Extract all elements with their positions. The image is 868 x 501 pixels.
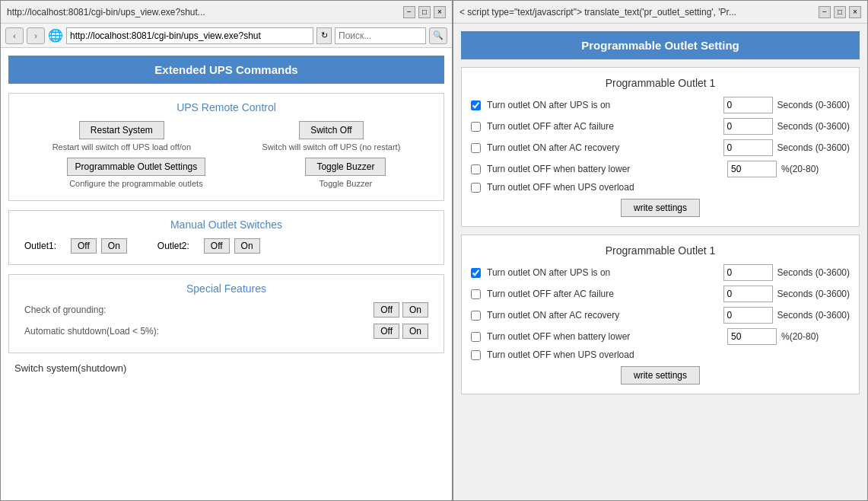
outlet2-off-btn[interactable]: Off bbox=[204, 238, 230, 254]
outlet-setting-checkbox-3[interactable] bbox=[471, 164, 481, 174]
outlet-controls-row: Outlet1: Off On Outlet2: Off On bbox=[17, 238, 436, 257]
outlet-setting-label-0: Turn outlet ON after UPS is on bbox=[471, 267, 723, 278]
outlet-setting-label-2: Turn outlet ON after AC recovery bbox=[471, 310, 723, 321]
outlet-setting-label-4: Turn outlet OFF when UPS overload bbox=[471, 349, 850, 360]
ups-remote-control-section: UPS Remote Control Restart System Restar… bbox=[8, 93, 444, 201]
outlet-setting-label-2: Turn outlet ON after AC recovery bbox=[471, 142, 723, 153]
switch-off-desc: Switch will switch off UPS (no restart) bbox=[262, 142, 400, 152]
forward-btn[interactable]: › bbox=[27, 27, 45, 44]
special-features-title: Special Features bbox=[17, 282, 436, 295]
back-btn[interactable]: ‹ bbox=[5, 27, 24, 44]
outlet2-on-btn[interactable]: On bbox=[234, 238, 260, 254]
right-content: Programmable Outlet Setting Programmable… bbox=[453, 24, 867, 500]
outlet2-row: Outlet2: Off On bbox=[157, 238, 260, 254]
outlet1-settings: Turn outlet ON after UPS is onSeconds (0… bbox=[471, 97, 850, 193]
outlet-setting-input-3[interactable] bbox=[727, 161, 777, 177]
left-minimize-btn[interactable]: − bbox=[403, 6, 415, 18]
prog-toggle-row: Programmable Outlet Settings Configure t… bbox=[17, 158, 436, 188]
outlet-setting-row-1: Turn outlet OFF after AC failureSeconds … bbox=[471, 286, 850, 302]
left-maximize-btn[interactable]: □ bbox=[418, 6, 431, 18]
outlet-setting-checkbox-4[interactable] bbox=[471, 183, 481, 193]
outlet-setting-unit-2: Seconds (0-3600) bbox=[777, 310, 850, 321]
outlet1-write-btn-row: write settings bbox=[471, 199, 850, 217]
outlet-setting-unit-3: %(20-80) bbox=[781, 164, 850, 174]
outlet2-card-title: Programmable Outlet 1 bbox=[471, 244, 850, 257]
right-minimize-btn[interactable]: − bbox=[819, 6, 831, 18]
outlet-setting-row-0: Turn outlet ON after UPS is onSeconds (0… bbox=[471, 97, 850, 113]
outlet-setting-unit-3: %(20-80) bbox=[781, 331, 850, 342]
address-input[interactable] bbox=[66, 27, 313, 44]
outlet2-settings: Turn outlet ON after UPS is onSeconds (0… bbox=[471, 264, 850, 360]
toggle-buzzer-btn[interactable]: Toggle Buzzer bbox=[305, 158, 386, 176]
outlet-setting-label-1: Turn outlet OFF after AC failure bbox=[471, 121, 723, 132]
outlet-setting-checkbox-1[interactable] bbox=[471, 289, 481, 299]
grounding-off-btn[interactable]: Off bbox=[374, 302, 399, 318]
outlet-setting-unit-0: Seconds (0-3600) bbox=[777, 267, 850, 278]
outlet2-write-btn-row: write settings bbox=[471, 366, 850, 385]
outlet-setting-label-3: Turn outlet OFF when battery lower bbox=[471, 164, 727, 174]
outlet1-write-settings-btn[interactable]: write settings bbox=[621, 199, 700, 217]
outlet2-write-settings-btn[interactable]: write settings bbox=[621, 366, 700, 385]
restart-desc: Restart will switch off UPS load off/on bbox=[52, 142, 191, 152]
right-window: < script type="text/javascript"> transla… bbox=[453, 0, 868, 501]
auto-shutdown-btn-pair: Off On bbox=[374, 324, 428, 339]
page-header: Extended UPS Commands bbox=[8, 56, 444, 84]
outlet-setting-unit-1: Seconds (0-3600) bbox=[777, 121, 850, 132]
outlet-setting-label-4: Turn outlet OFF when UPS overload bbox=[471, 182, 850, 193]
left-window: http://localhost:8081/cgi-bin/ups_view.e… bbox=[0, 0, 453, 501]
outlet-setting-input-2[interactable] bbox=[723, 139, 773, 156]
grounding-label: Check of grounding: bbox=[24, 305, 374, 315]
outlet1-on-btn[interactable]: On bbox=[101, 238, 127, 254]
outlet1-card: Programmable Outlet 1 Turn outlet ON aft… bbox=[461, 67, 860, 227]
left-close-btn[interactable]: × bbox=[434, 6, 446, 18]
outlet-setting-input-2[interactable] bbox=[723, 307, 773, 324]
left-title-text: http://localhost:8081/cgi-bin/ups_view.e… bbox=[7, 7, 403, 18]
outlet-setting-row-2: Turn outlet ON after AC recoverySeconds … bbox=[471, 139, 850, 156]
outlet1-off-btn[interactable]: Off bbox=[71, 238, 97, 254]
outlet-setting-input-1[interactable] bbox=[723, 286, 773, 302]
right-maximize-btn[interactable]: □ bbox=[834, 6, 846, 18]
left-window-controls: − □ × bbox=[403, 6, 446, 18]
outlet-setting-label-1: Turn outlet OFF after AC failure bbox=[471, 289, 723, 299]
search-go-btn[interactable]: 🔍 bbox=[429, 27, 447, 44]
grounding-row: Check of grounding: Off On bbox=[17, 302, 436, 318]
grounding-on-btn[interactable]: On bbox=[402, 302, 428, 318]
right-title-bar: < script type="text/javascript"> transla… bbox=[453, 1, 867, 24]
outlet-setting-checkbox-3[interactable] bbox=[471, 332, 481, 342]
outlet-setting-checkbox-4[interactable] bbox=[471, 350, 481, 360]
outlet-setting-row-1: Turn outlet OFF after AC failureSeconds … bbox=[471, 118, 850, 135]
outlet-setting-checkbox-0[interactable] bbox=[471, 268, 481, 278]
auto-shutdown-label: Automatic shutdown(Load < 5%): bbox=[24, 326, 374, 337]
outlet-setting-label-0: Turn outlet ON after UPS is on bbox=[471, 100, 723, 110]
outlet-setting-input-3[interactable] bbox=[727, 328, 777, 345]
outlet-setting-input-0[interactable] bbox=[723, 264, 773, 281]
grounding-btn-pair: Off On bbox=[374, 302, 428, 318]
outlet-setting-unit-1: Seconds (0-3600) bbox=[777, 289, 850, 299]
outlet-setting-checkbox-0[interactable] bbox=[471, 101, 481, 110]
ie-icon: 🌐 bbox=[48, 28, 63, 43]
right-close-btn[interactable]: × bbox=[849, 6, 861, 18]
auto-shutdown-on-btn[interactable]: On bbox=[402, 324, 428, 339]
auto-shutdown-off-btn[interactable]: Off bbox=[374, 324, 399, 339]
outlet-setting-row-4: Turn outlet OFF when UPS overload bbox=[471, 349, 850, 360]
left-title-bar: http://localhost:8081/cgi-bin/ups_view.e… bbox=[1, 1, 452, 24]
address-bar: ‹ › 🌐 ↻ 🔍 bbox=[1, 24, 452, 48]
left-content: Extended UPS Commands UPS Remote Control… bbox=[1, 48, 452, 500]
outlet-setting-input-0[interactable] bbox=[723, 97, 773, 113]
search-input[interactable] bbox=[335, 27, 426, 44]
outlet-setting-input-1[interactable] bbox=[723, 118, 773, 135]
refresh-btn[interactable]: ↻ bbox=[316, 27, 332, 44]
outlet-setting-unit-0: Seconds (0-3600) bbox=[777, 100, 850, 110]
outlet-setting-checkbox-2[interactable] bbox=[471, 143, 481, 153]
switch-off-btn[interactable]: Switch Off bbox=[299, 121, 363, 139]
switch-off-col: Switch Off Switch will switch off UPS (n… bbox=[262, 121, 400, 152]
right-title-text: < script type="text/javascript"> transla… bbox=[459, 7, 819, 18]
programmable-outlet-settings-btn[interactable]: Programmable Outlet Settings bbox=[67, 158, 206, 176]
outlet-setting-row-2: Turn outlet ON after AC recoverySeconds … bbox=[471, 307, 850, 324]
toggle-buzzer-desc: Toggle Buzzer bbox=[320, 179, 373, 188]
restart-system-btn[interactable]: Restart System bbox=[79, 121, 164, 139]
special-features-section: Special Features Check of grounding: Off… bbox=[8, 274, 444, 353]
outlet-setting-checkbox-2[interactable] bbox=[471, 311, 481, 321]
outlet-setting-label-3: Turn outlet OFF when battery lower bbox=[471, 331, 727, 342]
outlet-setting-checkbox-1[interactable] bbox=[471, 122, 481, 132]
